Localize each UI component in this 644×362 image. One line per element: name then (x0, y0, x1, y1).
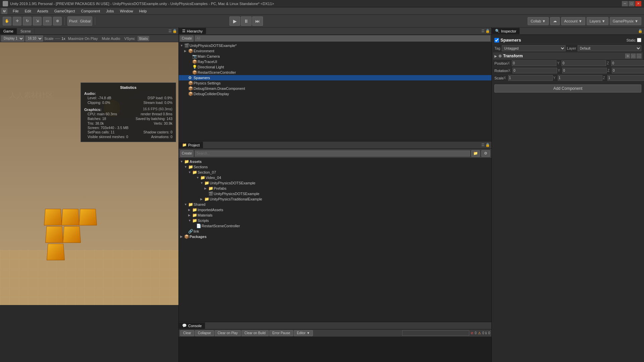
hierarchy-item-restartctrl[interactable]: 📦 RestartSceneController (179, 70, 491, 75)
project-create-btn[interactable]: Create (180, 150, 194, 157)
panel-menu-icon[interactable]: ☰ (168, 29, 172, 33)
project-imported[interactable]: ▶ 📁 ImportedAssets (179, 207, 491, 213)
step-btn[interactable]: ⏭ (252, 16, 263, 26)
hierarchy-item-debugcollider[interactable]: 📦 DebugColliderDisplay (179, 91, 491, 97)
project-settings-icon-btn[interactable]: ⚙ (481, 150, 490, 157)
layers-btn[interactable]: Layers ▼ (587, 17, 608, 25)
position-z-input[interactable] (611, 60, 644, 66)
menu-window[interactable]: Window (117, 8, 136, 14)
project-shared[interactable]: ▼ 📁 Shared (179, 202, 491, 207)
rotate-tool-btn[interactable]: ↻ (23, 17, 32, 25)
transform-icon-2[interactable]: □ (631, 54, 636, 58)
hierarchy-item-debugstream[interactable]: 📦 DebugStream.DrawComponent (179, 86, 491, 91)
pivot-btn[interactable]: Pivot (68, 17, 78, 25)
position-x-input[interactable] (512, 60, 556, 66)
project-panel-icon[interactable]: ☰ (481, 143, 485, 147)
layout-btn[interactable]: GamePhysix ▼ (610, 17, 641, 25)
menu-help[interactable]: Help (137, 8, 150, 14)
menu-jobs[interactable]: Jobs (103, 8, 116, 14)
tab-project[interactable]: 📁 Project (179, 142, 203, 148)
scale-tool-btn[interactable]: ⇲ (33, 17, 42, 25)
maximize-on-play-btn[interactable]: Maximize On Play (67, 36, 99, 41)
maximize-btn[interactable]: □ (629, 1, 635, 6)
hierarchy-item-maincamera[interactable]: 📷 Main Camera (179, 54, 491, 59)
tab-game[interactable]: Game (0, 28, 17, 34)
project-traditional[interactable]: ▶ 📁 UnityPhysicsTraditionalExample (179, 196, 491, 202)
inspector-lock-icon[interactable]: 🔒 (638, 29, 643, 33)
menu-file[interactable]: File (10, 8, 21, 14)
stats-btn[interactable]: Stats (138, 36, 149, 41)
hierarchy-item-spawners[interactable]: ⚙ Spawners (179, 75, 491, 80)
menu-edit[interactable]: Edit (22, 8, 34, 14)
tab-scene[interactable]: Scene (17, 28, 35, 34)
transform-tool-btn[interactable]: ⊕ (53, 17, 62, 25)
menu-gameobject[interactable]: GameObject (52, 8, 78, 14)
menu-assets[interactable]: Assets (35, 8, 51, 14)
move-tool-btn[interactable]: ✛ (13, 17, 21, 25)
tab-hierarchy[interactable]: ☰ Hierarchy (179, 28, 206, 34)
minimize-btn[interactable]: ─ (622, 1, 628, 6)
transform-icon-1[interactable]: ⚙ (625, 54, 630, 58)
rotation-y-input[interactable] (562, 68, 607, 73)
rect-tool-btn[interactable]: ▭ (43, 17, 52, 25)
project-assets[interactable]: ▼ 📁 Assets (179, 159, 491, 164)
scale-z-input[interactable] (607, 75, 644, 81)
global-btn[interactable]: Global (78, 17, 92, 25)
resolution-select[interactable]: 16:10 (25, 36, 43, 42)
vsync-btn[interactable]: VSync (123, 36, 136, 41)
console-clear-on-play-btn[interactable]: Clear on Play (215, 330, 241, 336)
object-enabled-checkbox[interactable] (494, 38, 499, 43)
hierarchy-search-input[interactable] (195, 36, 490, 41)
tag-select[interactable]: Untagged (502, 45, 566, 51)
project-packages[interactable]: ▶ 📦 Packages (179, 234, 491, 239)
console-clear-btn[interactable]: Clear (180, 330, 194, 336)
display-select[interactable]: Display 1 (1, 36, 24, 42)
position-y-input[interactable] (561, 60, 606, 66)
scale-x-input[interactable] (508, 75, 553, 81)
hand-tool-btn[interactable]: ✋ (3, 17, 11, 25)
close-btn[interactable]: ✕ (635, 1, 641, 6)
console-error-pause-btn[interactable]: Error Pause (269, 330, 293, 336)
rotation-x-input[interactable] (513, 68, 557, 73)
project-link[interactable]: 🔗 link (179, 229, 491, 234)
project-sections[interactable]: ▼ 📁 Sections (179, 164, 491, 170)
rotation-z-input[interactable] (612, 68, 644, 73)
account-btn[interactable]: Account ▼ (561, 17, 585, 25)
project-video04[interactable]: ▼ 📁 Video_04 (179, 175, 491, 180)
transform-section-header[interactable]: ▶ ⊕ Transform ⚙ □ ... (493, 53, 643, 60)
hierarchy-item-environment[interactable]: ▶ 📦 Environment (179, 48, 491, 54)
mute-audio-btn[interactable]: Mute Audio (100, 36, 121, 41)
tab-inspector[interactable]: 🔍 Inspector (492, 28, 520, 34)
pause-btn[interactable]: ⏸ (241, 16, 252, 26)
hierarchy-create-btn[interactable]: Create (180, 36, 194, 42)
tab-console[interactable]: 💬 Console (179, 322, 205, 329)
collab-btn[interactable]: Collab ▼ (528, 17, 549, 25)
menu-component[interactable]: Component (78, 8, 103, 14)
panel-lock-icon[interactable]: 🔒 (172, 29, 177, 33)
hierarchy-item-dirlight[interactable]: 💡 Directional Light (179, 64, 491, 70)
project-materials[interactable]: ▶ 📁 Materials (179, 213, 491, 218)
project-prefabs[interactable]: ▶ 📁 Prefabs (179, 186, 491, 191)
project-lock-icon[interactable]: 🔒 (485, 143, 490, 147)
console-editor-btn[interactable]: Editor ▼ (294, 330, 313, 336)
project-search-input[interactable] (195, 150, 470, 157)
hierarchy-item-physics-settings[interactable]: 📦 Physics Settings (179, 80, 491, 86)
transform-icon-3[interactable]: ... (637, 54, 641, 58)
project-dotsexample-folder[interactable]: ▼ 📁 UnityPhysicsDOTSExample (179, 180, 491, 186)
project-dots-scene[interactable]: 🎬 UnityPhysicsDOTSExample (179, 191, 491, 196)
cloud-btn[interactable]: ☁ (550, 17, 560, 25)
console-clear-on-build-btn[interactable]: Clear on Build (241, 330, 269, 336)
scale-y-input[interactable] (558, 75, 602, 81)
project-restartscene-script[interactable]: 📄 RestartSceneController (179, 223, 491, 229)
hierarchy-panel-icon[interactable]: ☰ (481, 29, 485, 33)
scale-slider[interactable]: ── (55, 37, 60, 41)
console-collapse-btn[interactable]: Collapse (195, 330, 214, 336)
play-btn[interactable]: ▶ (229, 16, 240, 26)
hierarchy-lock-icon[interactable]: 🔒 (485, 29, 490, 33)
static-checkbox[interactable] (637, 38, 641, 42)
hierarchy-item-root[interactable]: ▼ 🎬 UnityPhysicsDOTSExample* (179, 43, 491, 48)
console-search-input[interactable] (402, 330, 469, 336)
project-scripts[interactable]: ▼ 📁 Scripts (179, 218, 491, 223)
project-section07[interactable]: ▼ 📁 Section_07 (179, 170, 491, 175)
project-folder-icon-btn[interactable]: 📁 (471, 150, 480, 157)
